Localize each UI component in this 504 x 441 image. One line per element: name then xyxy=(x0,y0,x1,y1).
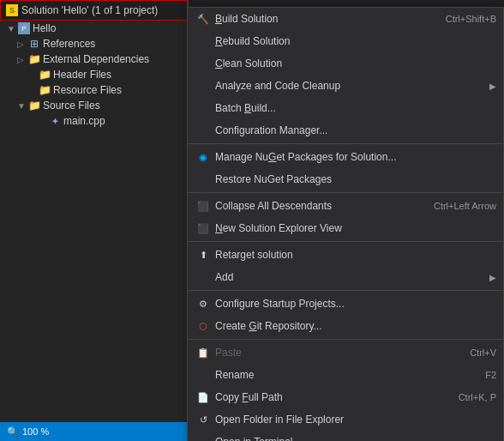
menu-label-nuget-packages: Manage NuGet Packages for Solution... xyxy=(215,151,496,163)
menu-item-collapse[interactable]: ⬛ Collapse All Descendants Ctrl+Left Arr… xyxy=(188,195,503,217)
tree-label-main-cpp: main.cpp xyxy=(63,115,105,127)
copy-path-icon: 📄 xyxy=(195,389,212,406)
menu-item-open-terminal[interactable]: Open in Terminal xyxy=(188,431,503,441)
menu-item-new-explorer-view[interactable]: ⬛ New Solution Explorer View xyxy=(188,217,503,239)
analyze-icon xyxy=(195,77,212,94)
menu-label-add: Add xyxy=(215,271,486,283)
menu-label-config-manager: Configuration Manager... xyxy=(215,124,496,136)
analyze-arrow: ▶ xyxy=(489,82,496,91)
solution-title: S Solution 'Hello' (1 of 1 project) xyxy=(0,0,188,21)
separator-2 xyxy=(188,192,503,193)
tree-label-header-files: Header Files xyxy=(53,69,111,81)
menu-item-open-folder[interactable]: ↺ Open Folder in File Explorer xyxy=(188,408,503,431)
rebuild-icon xyxy=(195,33,212,50)
menu-label-build-solution: Build Solution xyxy=(215,13,429,25)
menu-label-retarget: Retarget solution xyxy=(215,249,496,261)
nuget-icon: ◉ xyxy=(195,148,212,166)
tree-label-source-files: Source Files xyxy=(43,100,100,112)
menu-item-build-solution[interactable]: 🔨 Build Solution Ctrl+Shift+B xyxy=(188,8,503,30)
tree-item-hello[interactable]: ▼ P Hello xyxy=(0,21,188,36)
separator-1 xyxy=(188,143,503,144)
menu-item-copy-path[interactable]: 📄 Copy Full Path Ctrl+K, P xyxy=(188,386,503,408)
menu-label-rename: Rename xyxy=(215,369,468,381)
menu-item-rebuild-solution[interactable]: Rebuild Solution xyxy=(188,30,503,52)
menu-item-create-git[interactable]: ⬡ Create Git Repository... xyxy=(188,315,503,337)
expand-arrow-ext: ▷ xyxy=(17,55,26,64)
gear-icon: ⚙ xyxy=(195,295,212,312)
menu-label-configure-startup: Configure Startup Projects... xyxy=(215,298,496,310)
menu-item-add[interactable]: Add ▶ xyxy=(188,266,503,288)
menu-shortcut-build-solution: Ctrl+Shift+B xyxy=(446,14,496,24)
tree-item-main-cpp[interactable]: ✦ main.cpp xyxy=(0,113,188,129)
tree-item-references[interactable]: ▷ ⊞ References xyxy=(0,36,188,51)
solution-title-label: Solution 'Hello' (1 of 1 project) xyxy=(21,4,158,16)
build-icon: 🔨 xyxy=(195,10,212,27)
explorer-icon: ⬛ xyxy=(195,220,212,237)
folder-icon-ext: 📁 xyxy=(28,53,40,65)
zoom-icon: 🔍 xyxy=(7,426,19,438)
menu-item-paste[interactable]: 📋 Paste Ctrl+V xyxy=(188,341,503,364)
terminal-icon xyxy=(195,433,212,441)
menu-item-rename[interactable]: Rename F2 xyxy=(188,364,503,386)
tree-item-source-files[interactable]: ▼ 📁 Source Files xyxy=(0,98,188,113)
menu-label-create-git: Create Git Repository... xyxy=(215,320,496,332)
tree-label-resource-files: Resource Files xyxy=(53,84,122,96)
config-icon xyxy=(195,122,212,139)
menu-item-nuget-packages[interactable]: ◉ Manage NuGet Packages for Solution... xyxy=(188,146,503,168)
references-icon: ⊞ xyxy=(28,38,40,50)
menu-label-rebuild-solution: Rebuild Solution xyxy=(215,35,496,47)
menu-item-config-manager[interactable]: Configuration Manager... xyxy=(188,119,503,142)
menu-label-analyze: Analyze and Code Cleanup xyxy=(215,80,486,92)
tree-label-ext-deps: External Dependencies xyxy=(43,53,149,65)
menu-label-open-terminal: Open in Terminal xyxy=(215,436,496,441)
menu-label-copy-path: Copy Full Path xyxy=(215,391,441,403)
menu-label-open-folder: Open Folder in File Explorer xyxy=(215,414,496,426)
add-icon xyxy=(195,269,212,286)
collapse-icon: ⬛ xyxy=(195,197,212,214)
separator-3 xyxy=(188,241,503,242)
tree-label-references: References xyxy=(43,38,95,50)
separator-5 xyxy=(188,339,503,340)
menu-label-collapse: Collapse All Descendants xyxy=(215,200,417,212)
menu-item-restore-nuget[interactable]: Restore NuGet Packages xyxy=(188,168,503,190)
menu-label-new-explorer-view: New Solution Explorer View xyxy=(215,222,496,234)
solution-explorer: S Solution 'Hello' (1 of 1 project) ▼ P … xyxy=(0,0,189,441)
solution-icon: S xyxy=(6,4,18,16)
rename-icon xyxy=(195,366,212,384)
tree-item-ext-deps[interactable]: ▷ 📁 External Dependencies xyxy=(0,51,188,67)
menu-shortcut-rename: F2 xyxy=(485,370,496,380)
menu-item-batch-build[interactable]: Batch Build... xyxy=(188,97,503,119)
separator-4 xyxy=(188,290,503,291)
batch-icon xyxy=(195,100,212,117)
menu-item-configure-startup[interactable]: ⚙ Configure Startup Projects... xyxy=(188,293,503,315)
folder-icon-resource: 📁 xyxy=(39,84,51,96)
tree-item-header-files[interactable]: 📁 Header Files xyxy=(0,67,188,82)
menu-item-analyze[interactable]: Analyze and Code Cleanup ▶ xyxy=(188,75,503,97)
zoom-control[interactable]: 🔍 100 % xyxy=(7,426,49,438)
menu-shortcut-copy-path: Ctrl+K, P xyxy=(459,392,496,402)
expand-arrow-hello: ▼ xyxy=(7,24,15,33)
expand-arrow-source: ▼ xyxy=(17,101,26,111)
menu-item-retarget[interactable]: ⬆ Retarget solution xyxy=(188,244,503,266)
context-menu: 🔨 Build Solution Ctrl+Shift+B Rebuild So… xyxy=(187,7,504,441)
open-folder-icon: ↺ xyxy=(195,411,212,428)
retarget-icon: ⬆ xyxy=(195,246,212,263)
menu-item-clean-solution[interactable]: Clean Solution xyxy=(188,52,503,75)
menu-label-batch-build: Batch Build... xyxy=(215,102,496,114)
add-arrow: ▶ xyxy=(489,273,496,282)
menu-shortcut-collapse: Ctrl+Left Arrow xyxy=(434,201,496,211)
folder-icon-header: 📁 xyxy=(39,69,51,81)
git-icon: ⬡ xyxy=(195,317,212,335)
tree-label-hello: Hello xyxy=(33,22,56,34)
menu-label-restore-nuget: Restore NuGet Packages xyxy=(215,173,496,185)
zoom-level: 100 % xyxy=(22,426,49,437)
restore-nuget-icon xyxy=(195,171,212,188)
tree-item-resource-files[interactable]: 📁 Resource Files xyxy=(0,82,188,98)
cpp-file-icon: ✦ xyxy=(49,115,61,127)
menu-label-paste: Paste xyxy=(215,347,453,359)
paste-icon: 📋 xyxy=(195,344,212,361)
clean-icon xyxy=(195,55,212,72)
menu-label-clean-solution: Clean Solution xyxy=(215,57,496,69)
menu-shortcut-paste: Ctrl+V xyxy=(470,347,496,358)
expand-arrow-refs: ▷ xyxy=(17,39,26,49)
